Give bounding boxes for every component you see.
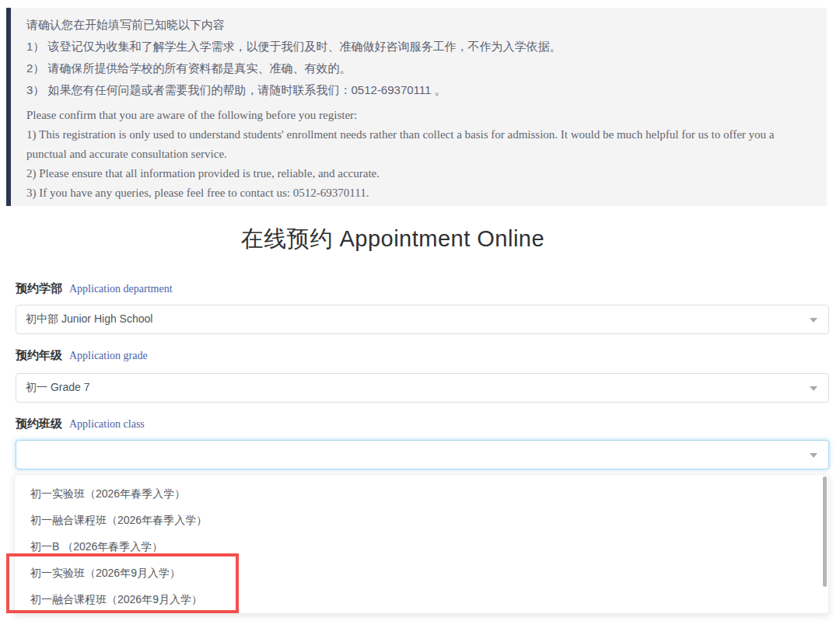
notice-line-cn: 3） 如果您有任何问题或者需要我们的帮助，请随时联系我们：0512-693701…	[26, 79, 810, 101]
dropdown-scrollbar[interactable]	[823, 476, 827, 587]
notice-line-cn: 1） 该登记仅为收集和了解学生入学需求，以便于我们及时、准确做好咨询服务工作，不…	[26, 36, 810, 58]
notice-line-en: Please confirm that you are aware of the…	[26, 106, 810, 125]
department-select[interactable]: 初中部 Junior High School	[16, 305, 829, 334]
dropdown-option[interactable]: 初一实验班（2026年春季入学）	[15, 480, 828, 507]
field-label-department-cn: 预约学部	[16, 281, 62, 295]
page-title: 在线预约 Appointment Online	[0, 224, 786, 255]
chevron-down-icon	[810, 386, 817, 391]
notice-panel: 请确认您在开始填写前已知晓以下内容 1） 该登记仅为收集和了解学生入学需求，以便…	[6, 8, 827, 206]
dropdown-option[interactable]: 初一融合课程班（2026年9月入学）	[15, 586, 828, 612]
chevron-down-icon	[810, 453, 817, 458]
field-label-class: 预约班级Application class	[16, 417, 145, 434]
dropdown-option[interactable]: 初一融合课程班（2026年春季入学）	[15, 507, 828, 533]
notice-line-cn: 2） 请确保所提供给学校的所有资料都是真实、准确、有效的。	[26, 58, 810, 79]
dropdown-option[interactable]: 初一B （2026年春季入学）	[15, 533, 828, 560]
notice-line-en: 1) This registration is only used to und…	[26, 125, 810, 164]
field-label-department: 预约学部Application department	[16, 281, 173, 298]
class-dropdown-panel: 初一实验班（2026年春季入学） 初一融合课程班（2026年春季入学） 初一B …	[14, 474, 829, 614]
grade-select-value: 初一 Grade 7	[26, 381, 89, 395]
notice-english-block: Please confirm that you are aware of the…	[26, 106, 810, 203]
field-label-grade-en: Application grade	[69, 350, 148, 361]
field-label-class-en: Application class	[69, 418, 145, 430]
grade-select[interactable]: 初一 Grade 7	[16, 373, 829, 403]
chevron-down-icon	[810, 318, 817, 323]
notice-line-cn: 请确认您在开始填写前已知晓以下内容	[26, 14, 810, 36]
class-select[interactable]	[16, 440, 829, 469]
dropdown-option[interactable]: 初一实验班（2026年9月入学）	[15, 560, 828, 586]
field-label-grade-cn: 预约年级	[16, 348, 62, 361]
notice-line-en: 3) If you have any queries, please feel …	[26, 183, 810, 203]
department-select-value: 初中部 Junior High School	[26, 312, 152, 326]
field-label-grade: 预约年级Application grade	[16, 348, 148, 365]
field-label-class-cn: 预约班级	[16, 417, 62, 430]
field-label-department-en: Application department	[69, 283, 173, 295]
notice-line-en: 2) Please ensure that all information pr…	[26, 164, 810, 183]
